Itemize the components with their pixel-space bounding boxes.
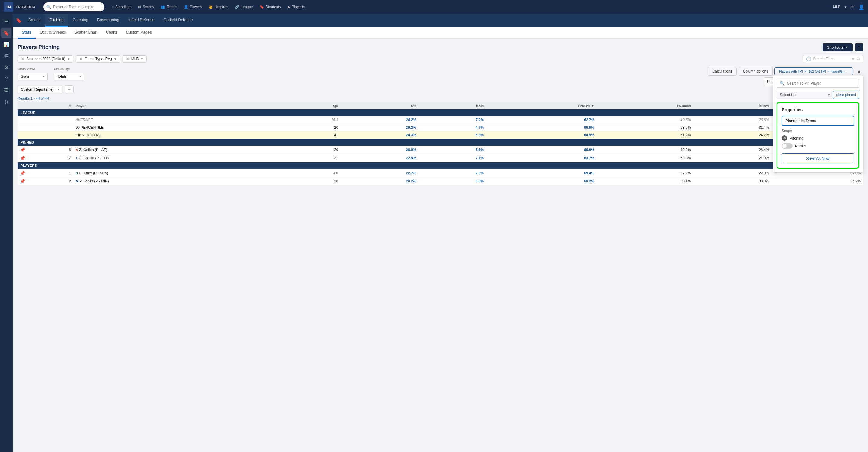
- user-icon[interactable]: 👤: [858, 4, 864, 10]
- nav-standings[interactable]: ≡ Standings: [109, 4, 134, 10]
- col-header-num[interactable]: #: [28, 103, 73, 109]
- tab-catching[interactable]: Catching: [68, 14, 92, 27]
- search-filters-arrow[interactable]: ▼: [851, 57, 855, 61]
- search-box[interactable]: 🔍: [43, 2, 104, 11]
- subtab-scatter-chart[interactable]: Scatter Chart: [70, 27, 102, 39]
- mlb-filter-x[interactable]: ✕: [126, 57, 129, 61]
- sidebar-bookmark-icon[interactable]: 🔖: [1, 28, 11, 38]
- select-list-dropdown[interactable]: Select List: [777, 91, 832, 99]
- search-filters-box[interactable]: 🕐 Search Filters ▼ ⊕: [803, 55, 863, 63]
- pinned-2-miss: 21.9%: [693, 154, 772, 162]
- add-shortcut-button[interactable]: +: [855, 43, 863, 51]
- col-header-bb[interactable]: BB%: [418, 103, 486, 109]
- left-sidebar: ☰ 🔖 📊 🏷 ⚙ ? 🖼 ⟨⟩: [0, 14, 13, 452]
- gametype-filter-chip[interactable]: ✕ Game Type: Reg ▼: [76, 55, 120, 62]
- nav-umpires[interactable]: 🧑 Umpires: [206, 4, 230, 10]
- col-header-fp[interactable]: FPStk% ▼: [486, 103, 597, 109]
- custom-report-select[interactable]: Custom Report (me): [18, 85, 62, 93]
- sidebar-image-icon[interactable]: 🖼: [1, 85, 11, 95]
- pin-player-search-input[interactable]: [787, 81, 856, 85]
- collapse-button[interactable]: ▲: [855, 68, 863, 75]
- pin-player-search-box[interactable]: 🔍: [777, 79, 859, 88]
- calculations-button[interactable]: Calculations: [708, 67, 736, 76]
- mlb-filter-chip[interactable]: ✕ MLB ▼: [123, 55, 147, 62]
- sidebar-menu-icon[interactable]: ☰: [1, 16, 11, 27]
- pinned-2-k: 22.5%: [340, 154, 418, 162]
- col-header-inzone[interactable]: InZone%: [597, 103, 693, 109]
- tab-pitching[interactable]: Pitching: [45, 14, 68, 27]
- subtab-stats[interactable]: Stats: [18, 27, 36, 39]
- lang-selector[interactable]: en: [851, 5, 855, 9]
- sidebar-gear-icon[interactable]: ⚙: [1, 62, 11, 73]
- col-header-player[interactable]: Player: [73, 103, 279, 109]
- col-header-miss[interactable]: Miss%: [693, 103, 772, 109]
- sidebar-chart-icon[interactable]: 📊: [1, 39, 11, 50]
- page-title-text: Players Pitching: [18, 44, 60, 51]
- edit-report-button[interactable]: ✏: [65, 85, 74, 93]
- col-header-qs[interactable]: QS: [279, 103, 340, 109]
- custom-report-row: Custom Report (me) ✏: [18, 85, 84, 93]
- avg-miss: 26.6%: [693, 116, 772, 124]
- col-header-k[interactable]: K%: [340, 103, 418, 109]
- tab-outfield-defense[interactable]: Outfield Defense: [159, 14, 197, 27]
- stats-select[interactable]: Stats: [18, 73, 48, 80]
- tab-baserunning[interactable]: Baserunning: [93, 14, 123, 27]
- season-filter-arrow[interactable]: ▼: [67, 57, 70, 61]
- sidebar-tag-icon[interactable]: 🏷: [1, 51, 11, 61]
- gametype-filter-x[interactable]: ✕: [79, 57, 83, 61]
- nav-scores[interactable]: ⊞ Scores: [135, 4, 156, 10]
- gametype-filter-label: Game Type: Reg: [85, 57, 112, 61]
- pinned-total-miss: 24.2%: [693, 132, 772, 139]
- subtab-charts[interactable]: Charts: [102, 27, 122, 39]
- groupby-select[interactable]: Totals: [54, 73, 84, 80]
- column-options-button[interactable]: Column options: [739, 67, 773, 76]
- nav-playlists[interactable]: ▶ Playlists: [285, 4, 308, 10]
- avg-bb: 7.2%: [418, 116, 486, 124]
- tab-batting[interactable]: Batting: [24, 14, 45, 27]
- tab-infield-defense[interactable]: Infield Defense: [124, 14, 159, 27]
- player-2-pin[interactable]: 📌: [18, 177, 28, 186]
- gametype-filter-arrow[interactable]: ▼: [114, 57, 117, 61]
- season-filter-chip[interactable]: ✕ Seasons: 2023 (Default) ▼: [18, 55, 73, 62]
- nav-shortcuts[interactable]: 🔖 Shortcuts: [257, 4, 283, 10]
- pinned-player-row-1: 📌 6 A Z. Gallen (P - AZ) 20 26.0% 5.6% 6…: [18, 146, 863, 154]
- shortcuts-button[interactable]: Shortcuts ▼: [823, 43, 852, 51]
- results-count: Results 1 - 44 of 44: [18, 96, 863, 101]
- sidebar-code-icon[interactable]: ⟨⟩: [1, 97, 11, 107]
- player-2-k: 29.2%: [340, 177, 418, 186]
- nav-league[interactable]: 🔗 League: [232, 4, 255, 10]
- nav-teams[interactable]: 👥 Teams: [158, 4, 180, 10]
- pin-icon-1[interactable]: 📌: [18, 146, 28, 154]
- save-as-new-button[interactable]: Save As New: [782, 153, 854, 164]
- mlb-filter-arrow[interactable]: ▼: [140, 57, 143, 61]
- properties-name-input[interactable]: [782, 116, 854, 126]
- search-input[interactable]: [53, 5, 101, 9]
- chevron-down-icon[interactable]: ▼: [844, 5, 847, 9]
- pinned-1-k: 26.0%: [340, 146, 418, 154]
- groupby-group: Group By: Totals: [54, 67, 84, 80]
- public-toggle[interactable]: [782, 143, 793, 149]
- top-navbar: TM TRUMEDIA 🔍 ≡ Standings ⊞ Scores 👥 Tea…: [0, 0, 868, 14]
- player-1-qs: 20: [279, 169, 340, 177]
- player-2-name: M P. López (P - MIN): [73, 177, 279, 186]
- avg-k: 24.2%: [340, 116, 418, 124]
- search-filters-expand[interactable]: ⊕: [856, 57, 860, 61]
- nav-players[interactable]: 👤 Players: [181, 4, 204, 10]
- pin-icon-2[interactable]: 📌: [18, 154, 28, 162]
- search-icon: 🔍: [46, 5, 51, 9]
- avg-qs: 16.3: [279, 116, 340, 124]
- player-1-pin[interactable]: 📌: [18, 169, 28, 177]
- scores-icon: ⊞: [138, 5, 141, 9]
- subtab-occ-streaks[interactable]: Occ. & Streaks: [36, 27, 70, 39]
- properties-box: Properties Scope ✕ Pitching Public: [777, 102, 859, 169]
- sidebar-help-icon[interactable]: ?: [1, 74, 11, 84]
- league-selector[interactable]: MLB: [833, 5, 840, 9]
- umpires-icon: 🧑: [209, 5, 213, 9]
- clear-pinned-button[interactable]: clear pinned: [833, 91, 859, 99]
- scope-item-label: Pitching: [789, 136, 803, 141]
- subtab-custom-pages[interactable]: Custom Pages: [122, 27, 156, 39]
- filter-label-button[interactable]: Players with [IP] >= 162 OR [IP] >= team…: [774, 67, 853, 75]
- main-layout: ☰ 🔖 📊 🏷 ⚙ ? 🖼 ⟨⟩ 🔖 Batting Pitching Catc…: [0, 14, 868, 452]
- season-filter-x[interactable]: ✕: [21, 57, 25, 61]
- scope-remove-icon[interactable]: ✕: [782, 135, 787, 141]
